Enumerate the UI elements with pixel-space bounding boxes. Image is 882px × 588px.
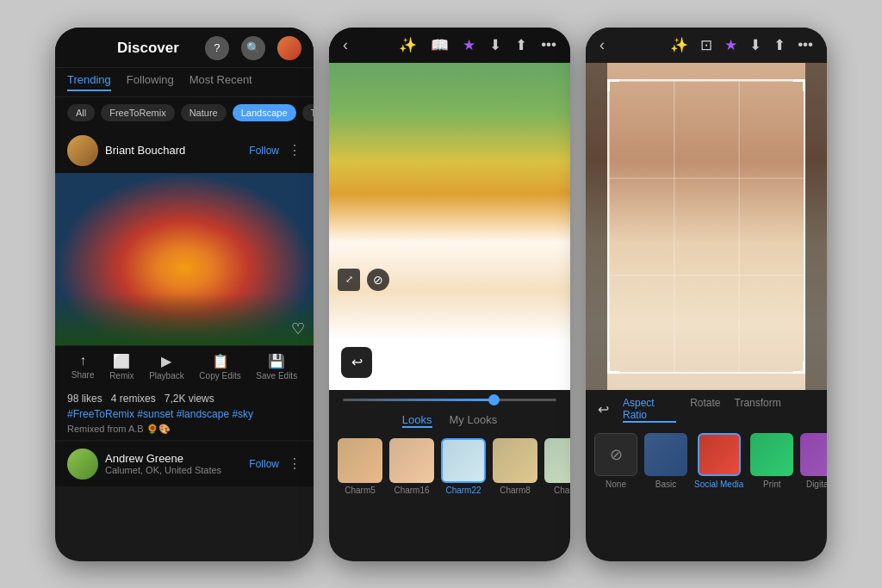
filter-nature[interactable]: Nature — [181, 104, 227, 121]
next-follow-button[interactable]: Follow — [249, 458, 279, 470]
next-more-icon[interactable]: ⋮ — [288, 455, 301, 472]
crop-header: ‹ ✨ ⊡ ★ ⬇ ⬆ ••• — [586, 28, 827, 63]
preset-label-charm8: Charm8 — [500, 486, 531, 495]
book-icon[interactable]: 📖 — [431, 36, 449, 54]
tab-following[interactable]: Following — [127, 73, 174, 91]
aspect-digital[interactable]: Digital A — [800, 433, 827, 489]
intensity-slider[interactable] — [343, 399, 556, 401]
aspect-basic[interactable]: Basic — [644, 433, 687, 489]
more-icon[interactable]: ••• — [541, 36, 556, 54]
more-options-icon[interactable]: ⋮ — [288, 142, 301, 158]
image-trees — [55, 294, 314, 345]
star-icon[interactable]: ★ — [463, 36, 475, 54]
background-blur — [329, 63, 570, 226]
save-edits-button[interactable]: 💾 Save Edits — [256, 353, 297, 381]
post-image: ♡ — [55, 173, 314, 345]
follow-button[interactable]: Follow — [249, 145, 279, 157]
remix-label: Remix — [109, 371, 134, 381]
next-user-avatar — [67, 449, 98, 480]
preset-charm16[interactable]: Charm16 — [389, 438, 434, 495]
preset-charm22[interactable]: Charm22 — [441, 438, 486, 495]
undo-button[interactable]: ↩ — [341, 347, 372, 378]
share-icon[interactable]: ⬆ — [515, 36, 527, 54]
playback-label: Playback — [149, 371, 184, 381]
remix-icon: ⬜ — [113, 353, 130, 369]
preset-charm5[interactable]: Charm5 — [338, 438, 382, 495]
post-tags[interactable]: #FreeToRemix #sunset #landscape #sky — [67, 408, 301, 420]
playback-button[interactable]: ▶ Playback — [149, 353, 184, 381]
search-icon[interactable]: 🔍 — [241, 36, 265, 60]
tab-looks[interactable]: Looks — [402, 413, 432, 428]
tab-most-recent[interactable]: Most Recent — [189, 73, 252, 91]
download-icon[interactable]: ⬇ — [749, 36, 761, 54]
crop-handle-bl[interactable] — [607, 362, 619, 374]
user-avatar[interactable] — [277, 36, 301, 60]
share-icon[interactable]: ⬆ — [773, 36, 786, 54]
copy-label: Copy Edits — [199, 371, 240, 381]
undo-button[interactable]: ↩ — [598, 401, 609, 418]
filter-landscape[interactable]: Landscape — [233, 104, 296, 121]
filter-freetoremix[interactable]: FreeToRemix — [101, 104, 174, 121]
preset-label-charm: Charm — [554, 486, 570, 495]
tab-my-looks[interactable]: My Looks — [450, 413, 498, 428]
remixed-from: Remixed from A.B 🌻🎨 — [67, 424, 301, 435]
discover-header: Discover ? 🔍 — [55, 28, 314, 68]
post-user: Briant Bouchard — [67, 135, 185, 166]
save-icon: 💾 — [268, 353, 285, 369]
no-apply-icon[interactable]: ⊘ — [367, 269, 389, 291]
share-button[interactable]: ↑ Share — [71, 353, 95, 381]
aspect-label-print: Print — [763, 480, 781, 489]
post-header: Briant Bouchard Follow ⋮ — [55, 128, 314, 173]
filter-travel[interactable]: Travel — [302, 104, 314, 121]
more-icon[interactable]: ••• — [798, 36, 813, 54]
preset-charm[interactable]: Charm — [544, 438, 570, 495]
next-post-actions: Follow ⋮ — [249, 455, 301, 472]
discover-tabs: Trending Following Most Recent — [55, 68, 314, 97]
tab-transform[interactable]: Transform — [735, 397, 781, 423]
expand-icon[interactable]: ⤢ — [338, 269, 360, 291]
wand-icon[interactable]: ✨ — [670, 36, 688, 54]
aspect-print[interactable]: Print — [750, 433, 793, 489]
star-icon[interactable]: ★ — [724, 36, 737, 54]
slider-thumb[interactable] — [488, 394, 500, 405]
tab-trending[interactable]: Trending — [67, 73, 111, 91]
crop-grid[interactable] — [607, 79, 805, 374]
aspect-thumb-print — [750, 433, 793, 476]
aspect-social-media[interactable]: Social Media — [694, 433, 743, 489]
aspect-label-none: None — [606, 480, 626, 489]
crop-main-image — [586, 63, 827, 390]
like-button[interactable]: ♡ — [291, 319, 305, 338]
crop-handle-tl[interactable] — [607, 79, 619, 91]
next-user-location: Calumet, OK, United States — [105, 465, 221, 475]
crop-icon[interactable]: ⊡ — [700, 36, 712, 54]
wand-icon[interactable]: ✨ — [399, 36, 417, 54]
discover-title: Discover — [117, 40, 179, 57]
back-icon[interactable]: ‹ — [599, 36, 605, 54]
remixes-count: 4 remixes — [111, 393, 156, 405]
copy-edits-button[interactable]: 📋 Copy Edits — [199, 353, 240, 381]
back-icon[interactable]: ‹ — [343, 36, 348, 54]
help-icon[interactable]: ? — [205, 36, 229, 60]
crop-handle-tr[interactable] — [793, 79, 805, 91]
crop-mask-left — [586, 63, 607, 390]
remix-button[interactable]: ⬜ Remix — [109, 353, 134, 381]
views-count: 7,2K views — [165, 393, 214, 405]
tab-rotate[interactable]: Rotate — [690, 397, 720, 423]
aspect-thumb-basic — [644, 433, 687, 476]
next-post-header: Andrew Greene Calumet, OK, United States… — [55, 442, 314, 486]
looks-main-image: ↩ ⤢ ⊘ — [329, 63, 570, 390]
likes-count: 98 likes — [67, 393, 102, 405]
main-container: Discover ? 🔍 Trending Following Most Rec… — [38, 10, 844, 579]
preset-thumb-charm5 — [338, 438, 382, 483]
preset-charm8[interactable]: Charm8 — [493, 438, 537, 495]
post-toolbar: ↑ Share ⬜ Remix ▶ Playback 📋 Copy Edits … — [55, 345, 314, 387]
preset-thumb-charm8 — [493, 438, 537, 483]
aspect-label-social: Social Media — [694, 480, 743, 489]
phone-looks: ‹ ✨ 📖 ★ ⬇ ⬆ ••• ↩ ⤢ ⊘ Lo — [329, 28, 570, 561]
download-icon[interactable]: ⬇ — [489, 36, 501, 54]
crop-handle-br[interactable] — [793, 362, 805, 374]
post-stats: 98 likes 4 remixes 7,2K views #FreeToRem… — [55, 387, 314, 440]
aspect-none[interactable]: ⊘ None — [594, 433, 637, 489]
filter-all[interactable]: All — [67, 104, 95, 121]
tab-aspect-ratio[interactable]: Aspect Ratio — [623, 397, 676, 423]
